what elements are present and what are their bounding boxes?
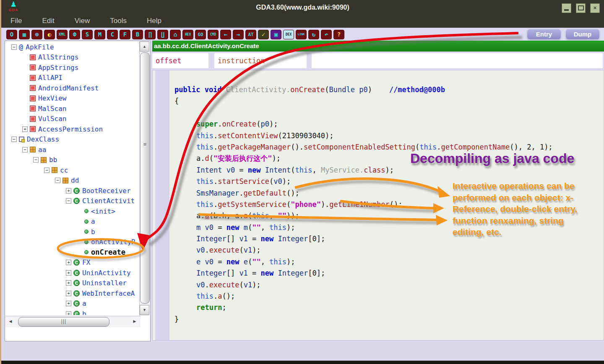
code-token-gray[interactable]: MyService. xyxy=(321,166,364,174)
code-token-meth[interactable]: getComponentName xyxy=(441,143,510,151)
tree-item-UninActivity[interactable]: +CUninActivity xyxy=(5,268,140,278)
code-token-typ[interactable]: Integer xyxy=(196,235,226,243)
dex-toolbar-icon[interactable]: DEX xyxy=(283,30,294,39)
tree-item-ClientActivit[interactable]: −CClientActivit xyxy=(5,196,140,207)
code-line[interactable]: super.onCreate(p0); xyxy=(169,119,603,130)
code-token-typ[interactable]: m v0 xyxy=(196,223,213,232)
tree-item-VulScan[interactable]: VulScan xyxy=(5,114,140,124)
code-token-meth[interactable]: setContentView xyxy=(218,132,278,140)
code-token-meth[interactable]: a xyxy=(244,212,248,220)
code-token-ths[interactable]: this xyxy=(196,143,213,151)
code-token-typ[interactable]: m xyxy=(244,223,248,232)
tree-item-aa[interactable]: −aa xyxy=(5,145,140,155)
tree-item-dd[interactable]: −dd xyxy=(5,176,140,186)
collapse-icon[interactable]: − xyxy=(22,147,28,152)
code-token-methu[interactable]: a xyxy=(205,212,209,220)
code-line[interactable]: } xyxy=(169,314,603,325)
code-token-typ[interactable]: e xyxy=(244,258,248,266)
collapse-icon[interactable]: − xyxy=(44,168,49,173)
code-token-kw[interactable]: new xyxy=(261,235,274,243)
minimize-button[interactable] xyxy=(562,3,571,13)
code-line[interactable]: v0.execute(v1); xyxy=(169,279,603,291)
tree-item-BootReceiver[interactable]: +CBootReceiver xyxy=(5,186,140,196)
code-token-typ[interactable]: v0 xyxy=(196,246,205,254)
tree-item-a[interactable]: a xyxy=(5,217,140,227)
code-token-meth[interactable]: class xyxy=(364,166,385,174)
tree-item-HexView[interactable]: HexView xyxy=(5,93,140,104)
expand-icon[interactable]: + xyxy=(22,126,28,132)
tree-horizontal-scrollbar[interactable]: ◀ ||| ▶ xyxy=(5,316,141,327)
open-toolbar-icon[interactable]: O xyxy=(6,30,17,39)
code-token-ths[interactable]: this xyxy=(419,143,437,151)
code-token-str[interactable]: "" xyxy=(252,258,260,266)
code-token-str[interactable]: "" xyxy=(278,212,286,220)
code-token-typ[interactable]: Integer xyxy=(196,269,226,277)
collapse-icon[interactable]: − xyxy=(11,44,17,50)
code-token-typ[interactable]: Intent xyxy=(265,166,291,174)
android-toolbar-icon[interactable]: Ф xyxy=(69,30,80,39)
code-token-meth[interactable]: getSystemService xyxy=(218,200,286,209)
at-toolbar-icon[interactable]: AT xyxy=(245,30,256,39)
go-toolbar-icon[interactable]: GO xyxy=(195,30,206,39)
tree-item-onActivityR[interactable]: onActivityR xyxy=(5,237,140,248)
code-line[interactable]: public void ClientActivity.onCreate(Bund… xyxy=(169,84,603,96)
code-token-ths[interactable]: this xyxy=(269,223,286,232)
back-toolbar-icon[interactable]: ← xyxy=(220,30,231,39)
code-token-kw[interactable]: new xyxy=(226,223,240,232)
code-line[interactable]: this.setContentView(2130903040); xyxy=(169,130,603,142)
code-line[interactable]: return; xyxy=(169,302,603,313)
undo-toolbar-icon[interactable]: ↶ xyxy=(321,30,332,39)
menu-help[interactable]: Help xyxy=(138,17,172,27)
tree-item-AllAPI[interactable]: AllAPI xyxy=(5,73,140,83)
code-token-meth[interactable]: getLine1Number xyxy=(329,200,389,209)
code-token-grn[interactable]: super xyxy=(196,120,218,128)
tree-item-WebInterfaceA[interactable]: +CWebInterfaceA xyxy=(5,288,140,299)
forward-toolbar-icon[interactable]: → xyxy=(233,30,244,39)
code-token-typ[interactable]: SmsManager xyxy=(196,189,239,197)
dump-button[interactable]: Dump xyxy=(565,29,600,40)
expand-icon[interactable]: + xyxy=(66,311,71,315)
expand-icon[interactable]: + xyxy=(66,260,71,265)
code-token-typ[interactable]: Intent v0 xyxy=(196,166,235,174)
scroll-left-button[interactable]: ◀ xyxy=(6,317,15,326)
collapse-icon[interactable]: − xyxy=(66,198,71,204)
code-token-kw[interactable]: public void xyxy=(174,85,226,94)
code-token-typ[interactable]: v0 xyxy=(273,177,282,186)
code-token-meth[interactable]: d xyxy=(205,154,209,163)
code-token-meth[interactable]: startService xyxy=(218,177,269,186)
instruction-column-header[interactable]: instruction xyxy=(214,53,307,68)
tree-item-cc[interactable]: −cc xyxy=(5,165,140,176)
xml-toolbar-icon[interactable]: XML xyxy=(57,30,68,39)
code-token-typ[interactable]: v1 xyxy=(239,269,247,277)
tree-item-AppStrings[interactable]: AppStrings xyxy=(5,62,140,73)
key-toolbar-icon[interactable]: ◐ xyxy=(44,30,55,39)
tree-item-Uninstaller[interactable]: +CUninstaller xyxy=(5,278,140,289)
collapse-icon[interactable]: − xyxy=(55,178,60,183)
code-token-ths[interactable]: this xyxy=(295,166,312,174)
tree-item-b[interactable]: +Cb xyxy=(5,309,140,315)
menu-view[interactable]: View xyxy=(65,17,101,27)
tree-item-ApkFile[interactable]: −@ApkFile xyxy=(5,42,140,52)
horizontal-scroll-thumb[interactable]: ||| xyxy=(18,317,109,327)
code-token-cmt[interactable]: //method@000b xyxy=(389,85,445,94)
menu-tools[interactable]: Tools xyxy=(101,17,138,27)
scroll-up-button[interactable]: ▲ xyxy=(140,41,149,52)
save-toolbar-icon[interactable]: ▦ xyxy=(19,30,30,39)
code-token-ths[interactable]: this xyxy=(252,212,269,220)
code-token-typ[interactable]: v1 xyxy=(239,235,247,243)
mark-toolbar-icon[interactable]: ✓ xyxy=(258,30,269,39)
code-token-typ[interactable]: e v0 xyxy=(196,258,213,266)
code-line[interactable] xyxy=(169,107,603,119)
cmd-toolbar-icon[interactable]: CMD xyxy=(208,30,219,39)
tree-item-AllStrings[interactable]: AllStrings xyxy=(5,52,140,63)
stack-down-toolbar-icon[interactable]: ∐ xyxy=(157,30,168,39)
code-token-meth[interactable]: a xyxy=(218,292,222,300)
code-token-gray[interactable]: ClientActivity. xyxy=(226,85,291,94)
code-token-typ[interactable]: v1 xyxy=(244,281,252,289)
code-token-typ[interactable]: v1 xyxy=(244,246,252,254)
code-token-typ[interactable]: v0 xyxy=(196,281,205,289)
scroll-right-button[interactable]: ▶ xyxy=(130,317,139,326)
code-token-meth[interactable]: onCreate xyxy=(222,120,256,128)
tree-item-b[interactable]: b xyxy=(5,227,140,237)
method-toolbar-icon[interactable]: M xyxy=(94,30,105,39)
